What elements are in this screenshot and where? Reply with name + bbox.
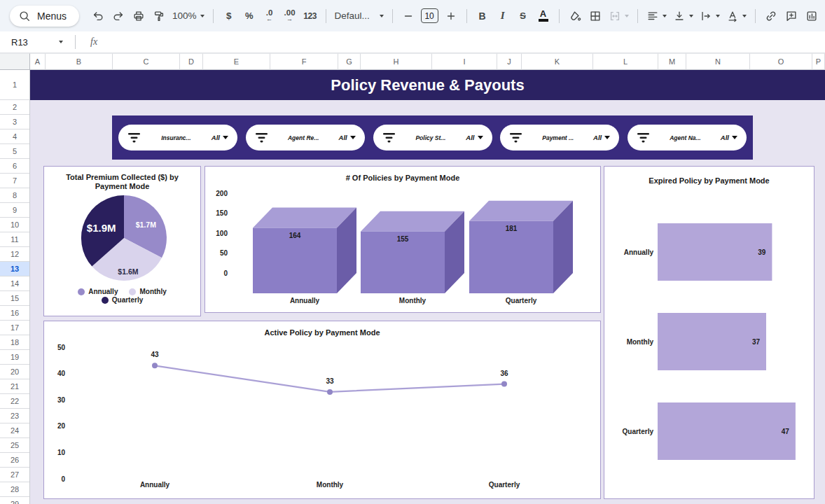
column-header-G[interactable]: G bbox=[338, 53, 361, 70]
slicer-agent-name[interactable]: Agent Na... All bbox=[628, 125, 747, 150]
row-header-29[interactable]: 29 bbox=[0, 497, 29, 504]
row-header-12[interactable]: 12 bbox=[0, 247, 29, 262]
y-tick-label: 200 bbox=[216, 190, 228, 197]
insert-link-button[interactable] bbox=[761, 6, 781, 26]
row-header-14[interactable]: 14 bbox=[0, 276, 29, 291]
horizontal-align-button[interactable] bbox=[644, 6, 670, 26]
more-formats-button[interactable]: 123 bbox=[300, 6, 320, 26]
row-header-21[interactable]: 21 bbox=[0, 379, 29, 394]
select-all-corner[interactable] bbox=[0, 53, 30, 70]
text-color-button[interactable]: A bbox=[534, 6, 553, 26]
column-header-I[interactable]: I bbox=[432, 53, 497, 70]
column-header-E[interactable]: E bbox=[203, 53, 270, 70]
row-header-3[interactable]: 3 bbox=[0, 115, 29, 130]
chevron-down-icon bbox=[380, 15, 384, 18]
row-header-22[interactable]: 22 bbox=[0, 394, 29, 409]
column-header-P[interactable]: P bbox=[812, 53, 825, 70]
column-header-F[interactable]: F bbox=[270, 53, 338, 70]
column-header-J[interactable]: J bbox=[497, 53, 522, 70]
column-header-B[interactable]: B bbox=[46, 53, 113, 70]
row-header-9[interactable]: 9 bbox=[0, 203, 29, 218]
column-header-A[interactable]: A bbox=[30, 53, 46, 70]
redo-button[interactable] bbox=[109, 6, 128, 26]
x-category-label: Quarterly bbox=[489, 481, 520, 489]
increase-font-size-button[interactable] bbox=[441, 6, 461, 26]
column-header-O[interactable]: O bbox=[750, 53, 812, 70]
slicer-policy-status[interactable]: Policy St... All bbox=[373, 125, 492, 150]
column-header-L[interactable]: L bbox=[593, 53, 658, 70]
column-header-M[interactable]: M bbox=[658, 53, 686, 70]
borders-icon bbox=[589, 10, 602, 22]
row-header-17[interactable]: 17 bbox=[0, 321, 29, 335]
row-header-18[interactable]: 18 bbox=[0, 335, 29, 350]
column-header-N[interactable]: N bbox=[686, 53, 750, 70]
insert-comment-button[interactable] bbox=[782, 6, 801, 26]
slicer-insurance[interactable]: Insuranc... All bbox=[118, 125, 237, 150]
italic-button[interactable]: I bbox=[493, 6, 513, 26]
font-select[interactable]: Defaul... bbox=[332, 6, 387, 26]
line-chart-card[interactable]: Active Policy by Payment Mode 0102030405… bbox=[43, 321, 601, 499]
text-rotation-button[interactable] bbox=[723, 6, 749, 26]
row-header-7[interactable]: 7 bbox=[0, 174, 29, 188]
row-header-11[interactable]: 11 bbox=[0, 232, 29, 247]
text-rotation-icon bbox=[726, 10, 739, 22]
print-button[interactable] bbox=[129, 6, 148, 26]
column-header-H[interactable]: H bbox=[361, 53, 432, 70]
column-header-C[interactable]: C bbox=[113, 53, 180, 70]
row-header-5[interactable]: 5 bbox=[0, 144, 29, 159]
row-header-13[interactable]: 13 bbox=[0, 262, 29, 276]
undo-icon bbox=[92, 10, 104, 22]
name-box[interactable]: R13 bbox=[0, 37, 70, 48]
undo-button[interactable] bbox=[88, 6, 108, 26]
row-header-28[interactable]: 28 bbox=[0, 482, 29, 497]
borders-button[interactable] bbox=[585, 6, 605, 26]
font-size-input[interactable]: 10 bbox=[421, 8, 438, 23]
chevron-down-icon bbox=[625, 15, 629, 18]
text-wrap-button[interactable] bbox=[697, 6, 723, 26]
zoom-select[interactable]: 100% bbox=[169, 6, 207, 26]
row-header-6[interactable]: 6 bbox=[0, 159, 29, 174]
row-header-26[interactable]: 26 bbox=[0, 453, 29, 468]
row-header-20[interactable]: 20 bbox=[0, 365, 29, 379]
x-category-label: Annually bbox=[290, 297, 320, 304]
y-tick-label: 0 bbox=[61, 475, 65, 483]
bold-button[interactable]: B bbox=[473, 6, 492, 26]
row-header-16[interactable]: 16 bbox=[0, 306, 29, 321]
decrease-decimal-button[interactable]: .0← bbox=[260, 6, 279, 26]
row-header-1[interactable]: 1 bbox=[0, 70, 29, 100]
slicer-agent-region[interactable]: Agent Re... All bbox=[246, 125, 365, 150]
dollar-icon: $ bbox=[226, 10, 231, 21]
row-header-4[interactable]: 4 bbox=[0, 130, 29, 144]
decrease-font-size-button[interactable] bbox=[398, 6, 418, 26]
menus-button[interactable]: Menus bbox=[10, 6, 79, 27]
row-header-2[interactable]: 2 bbox=[0, 100, 29, 115]
strikethrough-button[interactable]: S bbox=[513, 6, 533, 26]
y-tick-label: 30 bbox=[57, 396, 66, 404]
fill-color-icon bbox=[569, 10, 581, 22]
paint-format-button[interactable] bbox=[149, 6, 169, 26]
insert-chart-button[interactable] bbox=[802, 6, 821, 26]
row-header-10[interactable]: 10 bbox=[0, 218, 29, 232]
print-icon bbox=[132, 10, 145, 22]
toolbar: Menus 100% $ % .0← .00→ 123 Defaul... 10… bbox=[0, 0, 825, 31]
row-header-25[interactable]: 25 bbox=[0, 438, 29, 453]
fill-color-button[interactable] bbox=[565, 6, 585, 26]
increase-decimal-button[interactable]: .00→ bbox=[280, 6, 300, 26]
row-header-24[interactable]: 24 bbox=[0, 424, 29, 438]
column-header-D[interactable]: D bbox=[180, 53, 203, 70]
format-currency-button[interactable]: $ bbox=[219, 6, 239, 26]
row-header-23[interactable]: 23 bbox=[0, 409, 29, 424]
format-percent-button[interactable]: % bbox=[240, 6, 259, 26]
row-header-15[interactable]: 15 bbox=[0, 291, 29, 306]
row-header-19[interactable]: 19 bbox=[0, 350, 29, 365]
pie-chart-card[interactable]: Total Premium Collected ($) by Payment M… bbox=[43, 166, 201, 316]
legend-swatch bbox=[129, 288, 136, 295]
sheet-canvas[interactable]: Policy Revenue & Payouts Insuranc... All… bbox=[30, 70, 825, 504]
row-header-8[interactable]: 8 bbox=[0, 188, 29, 203]
bar-chart-card[interactable]: # Of Policies by Payment Mode 0501001502… bbox=[204, 166, 601, 313]
vertical-align-button[interactable] bbox=[670, 6, 696, 26]
column-header-K[interactable]: K bbox=[522, 53, 593, 70]
slicer-payment-mode[interactable]: Payment ... All bbox=[500, 125, 619, 150]
row-header-27[interactable]: 27 bbox=[0, 468, 29, 482]
expired-chart-card[interactable]: Expired Policy by Payment Mode Annually3… bbox=[604, 166, 814, 499]
